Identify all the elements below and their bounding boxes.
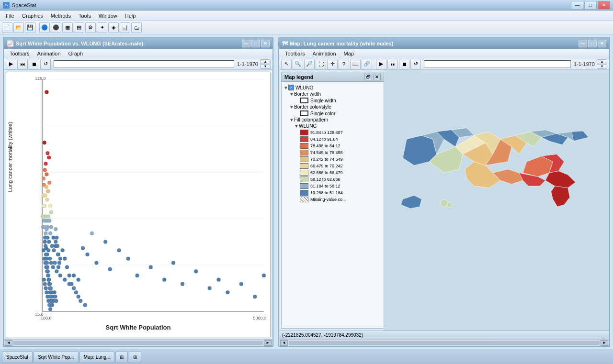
expand-fill-layer[interactable]: ▼ (294, 123, 299, 129)
legend-single-width: ▶ Single width (284, 98, 382, 103)
tb-icon6[interactable]: ✦ (97, 22, 107, 33)
expand-fill[interactable]: ▼ (289, 117, 294, 122)
menu-file[interactable]: File (2, 12, 18, 20)
tb-icon7[interactable]: ◈ (108, 22, 119, 33)
map-play[interactable]: ▶ (376, 59, 386, 69)
scroll-right[interactable]: ► (264, 340, 272, 346)
tb-open[interactable]: 📂 (13, 22, 24, 33)
menu-graphics[interactable]: Graphics (18, 12, 47, 20)
scatter-date-up[interactable]: ▲ (260, 59, 271, 64)
scatter-title: Sqrt White Population vs. WLUNG (SEArate… (16, 41, 242, 46)
map-zoom-out[interactable]: 🔎 (304, 59, 315, 69)
legend-fill-group[interactable]: ▼ Fill color/pattern (284, 117, 382, 122)
legend-range-item: 19.288 to 51.184 (284, 190, 382, 196)
scatter-menu-graph[interactable]: Graph (65, 50, 87, 57)
scatter-menu-toolbars[interactable]: Toolbars (6, 50, 34, 57)
map-date: 1-1-1970 (574, 61, 595, 67)
menu-tools[interactable]: Tools (75, 12, 95, 20)
map-titlebar: 🗺 Map: Lung cancer mortality (white male… (279, 38, 609, 49)
expand-border-width[interactable]: ▼ (289, 91, 294, 97)
scatter-date-down[interactable]: ▼ (260, 64, 271, 69)
expand-wlung[interactable]: ▼ (284, 85, 288, 90)
menu-methods[interactable]: Methods (47, 12, 75, 20)
map-scroll-left[interactable]: ◄ (280, 340, 288, 346)
tb-icon4[interactable]: ▤ (74, 22, 84, 33)
map-date-up[interactable]: ▲ (597, 59, 607, 64)
scatter-date: 1-1-1970 (237, 61, 258, 67)
taskbar-map[interactable]: Map: Lung... (79, 352, 115, 363)
map-scroll-right[interactable]: ► (601, 340, 608, 346)
legend-layer-wlung[interactable]: ▼ ✓ WLUNG (284, 85, 382, 90)
scroll-left[interactable]: ◄ (5, 340, 12, 346)
minimize-button[interactable]: — (571, 1, 583, 10)
map-menu-map[interactable]: Map (340, 50, 358, 57)
scatter-menu-animation[interactable]: Animation (34, 50, 65, 57)
taskbar-spacestat[interactable]: SpaceStat (2, 352, 33, 363)
menu-help[interactable]: Help (121, 12, 140, 20)
scatter-menubar: Toolbars Animation Graph (4, 49, 272, 58)
map-menu-toolbars[interactable]: Toolbars (281, 50, 309, 57)
map-skip-fwd[interactable]: ⏭ (387, 59, 398, 69)
map-select[interactable]: ↖ (281, 59, 292, 69)
taskbar-item4[interactable]: ⊞ (129, 352, 141, 363)
scatter-refresh[interactable]: ↺ (40, 59, 51, 69)
map-pan[interactable]: ✛ (327, 59, 338, 69)
legend-border-color-group[interactable]: ▼ Border color/style (284, 104, 382, 110)
taskbar-scatter[interactable]: Sqrt White Pop... (34, 352, 79, 363)
map-fullscreen[interactable]: ⛶ (316, 59, 326, 69)
taskbar-item3[interactable]: ⊞ (115, 352, 128, 363)
tb-icon3[interactable]: ▦ (62, 22, 73, 33)
legend-color-swatch (300, 156, 308, 162)
checkbox-wlung[interactable]: ✓ (288, 85, 294, 90)
map-legend-btn[interactable]: 📖 (350, 59, 361, 69)
tb-new[interactable]: 📄 (2, 22, 12, 33)
legend-range-label: 58.12 to 62.666 (310, 177, 341, 182)
expand-border-color[interactable]: ▼ (289, 104, 294, 110)
legend-fill-layer[interactable]: ▼ WLUNG (284, 123, 382, 129)
maximize-button[interactable]: □ (584, 1, 597, 10)
scatter-maximize[interactable]: □ (251, 40, 260, 47)
map-stop[interactable]: ⏹ (399, 59, 409, 69)
tb-icon1[interactable]: 🔵 (39, 22, 50, 33)
close-button[interactable]: ✕ (598, 1, 610, 10)
legend-panel: Map legend 🗗 ✕ ▼ ✓ WLUNG ▼ (281, 72, 384, 329)
menu-window[interactable]: Window (95, 12, 121, 20)
scatter-minimize[interactable]: — (242, 40, 250, 47)
map-maximize[interactable]: □ (588, 40, 597, 47)
legend-color-swatch (300, 190, 308, 196)
legend-title: Map legend (284, 74, 364, 80)
tb-icon9[interactable]: 🗂 (131, 22, 142, 33)
legend-range-item: 58.12 to 62.666 (284, 176, 382, 182)
legend-border-width-group[interactable]: ▼ Border width (284, 91, 382, 97)
map-display (384, 70, 609, 331)
legend-color-swatch (300, 176, 308, 182)
map-link[interactable]: 🔗 (362, 59, 372, 69)
tb-save[interactable]: 💾 (25, 22, 35, 33)
legend-restore[interactable]: 🗗 (364, 74, 372, 80)
window-controls: — □ ✕ (571, 1, 610, 10)
map-menu-animation[interactable]: Animation (309, 50, 340, 57)
map-close[interactable]: ✕ (598, 40, 606, 47)
map-toolbar: ↖ 🔍 🔎 ⛶ ✛ ? 📖 🔗 ▶ ⏭ ⏹ ↺ 1-1-1970 ▲ ▼ (279, 58, 609, 70)
legend-close[interactable]: ✕ (373, 74, 381, 80)
scatter-close[interactable]: ✕ (261, 40, 270, 47)
map-refresh[interactable]: ↺ (410, 59, 421, 69)
legend-titlebar: Map legend 🗗 ✕ (282, 72, 384, 82)
map-minimize[interactable]: — (579, 40, 587, 47)
tb-icon2[interactable]: ⚫ (51, 22, 61, 33)
legend-color-swatch (300, 136, 308, 142)
map-hscrollbar[interactable]: ◄ ► (279, 339, 609, 346)
map-zoom-in[interactable]: 🔍 (293, 59, 303, 69)
scatter-hscrollbar[interactable]: ◄ ► (4, 339, 272, 346)
scatter-skip-fwd[interactable]: ⏭ (17, 59, 28, 69)
tb-icon5[interactable]: ⚙ (85, 22, 96, 33)
legend-fill-layer-label: WLUNG (299, 123, 317, 129)
map-date-down[interactable]: ▼ (597, 64, 607, 69)
legend-color-swatch (300, 150, 308, 155)
main-content: 📈 Sqrt White Population vs. WLUNG (SEAra… (0, 34, 613, 350)
map-info[interactable]: ? (339, 59, 349, 69)
map-title: Map: Lung cancer mortality (white males) (290, 41, 579, 46)
scatter-stop[interactable]: ⏹ (29, 59, 39, 69)
scatter-play[interactable]: ▶ (6, 59, 16, 69)
tb-icon8[interactable]: 📊 (120, 22, 130, 33)
